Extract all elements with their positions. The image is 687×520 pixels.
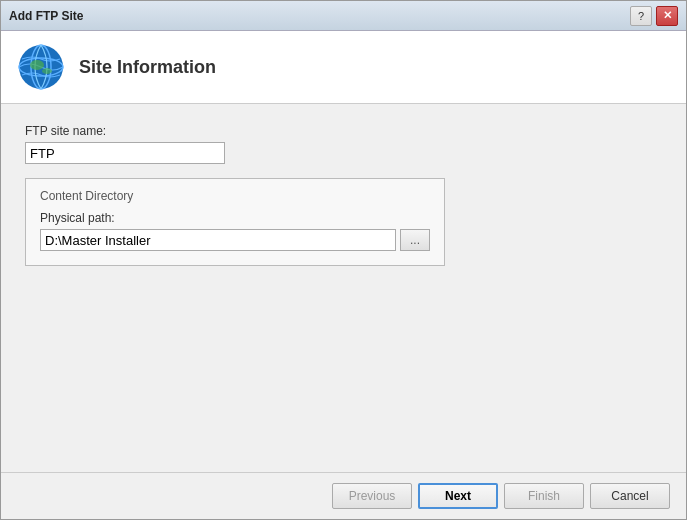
header-title: Site Information: [79, 57, 216, 78]
dialog-content: FTP site name: Content Directory Physica…: [1, 104, 686, 472]
svg-point-3: [30, 60, 44, 70]
title-bar-controls: ? ✕: [630, 6, 678, 26]
content-directory-label: Content Directory: [40, 189, 430, 203]
previous-button[interactable]: Previous: [332, 483, 412, 509]
title-bar: Add FTP Site ? ✕: [1, 1, 686, 31]
dialog-window: Add FTP Site ? ✕ Site Information FTP si…: [0, 0, 687, 520]
browse-button[interactable]: ...: [400, 229, 430, 251]
path-row: ...: [40, 229, 430, 251]
ftp-name-input[interactable]: [25, 142, 225, 164]
globe-icon: [17, 43, 65, 91]
dialog-header: Site Information: [1, 31, 686, 104]
physical-path-input[interactable]: [40, 229, 396, 251]
cancel-button[interactable]: Cancel: [590, 483, 670, 509]
physical-path-label: Physical path:: [40, 211, 430, 225]
close-button[interactable]: ✕: [656, 6, 678, 26]
title-bar-text: Add FTP Site: [9, 9, 83, 23]
finish-button[interactable]: Finish: [504, 483, 584, 509]
next-button[interactable]: Next: [418, 483, 498, 509]
content-directory-group: Content Directory Physical path: ...: [25, 178, 445, 266]
ftp-name-label: FTP site name:: [25, 124, 662, 138]
dialog-footer: Previous Next Finish Cancel: [1, 472, 686, 519]
svg-point-4: [42, 68, 52, 74]
help-button[interactable]: ?: [630, 6, 652, 26]
